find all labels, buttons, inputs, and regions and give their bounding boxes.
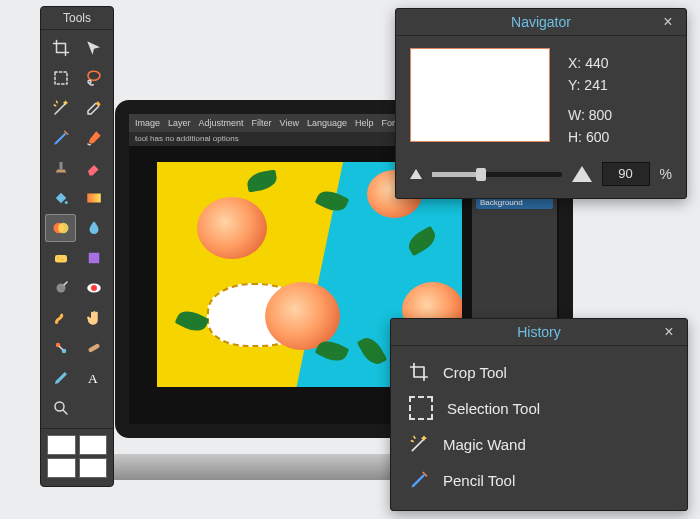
menu-item: View: [280, 118, 299, 128]
zoom-icon[interactable]: [45, 394, 76, 422]
zoom-slider-thumb[interactable]: [476, 168, 486, 181]
sponge-icon[interactable]: [45, 244, 76, 272]
history-item[interactable]: Crop Tool: [395, 354, 683, 390]
zoom-in-icon[interactable]: [572, 166, 592, 182]
zoom-out-icon[interactable]: [410, 169, 422, 179]
svg-point-9: [61, 259, 63, 261]
navigator-coords: X: 440 Y: 241 W: 800 H: 600: [568, 48, 672, 148]
eyedropper-icon[interactable]: [78, 94, 109, 122]
svg-rect-10: [88, 253, 99, 264]
move-icon[interactable]: [78, 34, 109, 62]
menu-item: Filter: [252, 118, 272, 128]
coord-h: 600: [586, 129, 609, 145]
svg-point-18: [55, 402, 64, 411]
smudge-icon[interactable]: [45, 304, 76, 332]
pinch-icon[interactable]: [45, 334, 76, 362]
history-item-label: Pencil Tool: [443, 472, 515, 489]
hand-icon[interactable]: [78, 304, 109, 332]
eraser-icon[interactable]: [78, 154, 109, 182]
menu-item: Layer: [168, 118, 191, 128]
magic-wand-icon[interactable]: [45, 94, 76, 122]
tools-panel-title: Tools: [41, 7, 113, 30]
red-eye-icon[interactable]: [78, 274, 109, 302]
clone-stamp-icon[interactable]: [45, 154, 76, 182]
history-panel[interactable]: History × Crop ToolSelection ToolMagic W…: [390, 318, 688, 511]
svg-point-6: [58, 223, 69, 234]
svg-rect-0: [55, 72, 67, 84]
pen-icon[interactable]: [45, 364, 76, 392]
swatch[interactable]: [79, 458, 108, 478]
svg-rect-16: [87, 343, 100, 353]
tools-panel[interactable]: Tools A: [40, 6, 114, 487]
pencil-icon: [409, 470, 429, 490]
magic-wand-icon: [409, 434, 429, 454]
svg-text:A: A: [88, 371, 98, 386]
text-icon[interactable]: A: [78, 364, 109, 392]
marquee-icon: [409, 396, 433, 420]
shape-icon[interactable]: [78, 244, 109, 272]
history-item[interactable]: Magic Wand: [395, 426, 683, 462]
blur-icon[interactable]: [78, 214, 109, 242]
pencil-icon[interactable]: [45, 124, 76, 152]
paint-bucket-icon[interactable]: [45, 184, 76, 212]
coord-y: 241: [584, 77, 607, 93]
color-replace-icon[interactable]: [45, 214, 76, 242]
background-swatch[interactable]: [79, 435, 108, 455]
history-item-label: Crop Tool: [443, 364, 507, 381]
close-icon[interactable]: ×: [656, 9, 680, 35]
zoom-unit: %: [660, 166, 672, 182]
navigator-preview[interactable]: [410, 48, 550, 142]
svg-rect-4: [87, 194, 101, 203]
lasso-icon[interactable]: [78, 64, 109, 92]
menu-item: Language: [307, 118, 347, 128]
svg-point-3: [64, 201, 67, 204]
svg-rect-7: [55, 255, 67, 263]
menu-item: Adjustment: [199, 118, 244, 128]
history-item[interactable]: Pencil Tool: [395, 462, 683, 498]
history-item[interactable]: Selection Tool: [395, 390, 683, 426]
navigator-title[interactable]: Navigator ×: [396, 9, 686, 36]
zoom-value-input[interactable]: 90: [602, 162, 650, 186]
foreground-swatch[interactable]: [47, 435, 76, 455]
crop-icon[interactable]: [45, 34, 76, 62]
history-item-label: Selection Tool: [447, 400, 540, 417]
navigator-panel[interactable]: Navigator × X: 440 Y: 241 W: 800 H: 600 …: [395, 8, 687, 199]
menu-item: Image: [135, 118, 160, 128]
coord-w: 800: [589, 107, 612, 123]
coord-x: 440: [585, 55, 608, 71]
swatch[interactable]: [47, 458, 76, 478]
svg-rect-2: [59, 162, 62, 170]
marquee-icon[interactable]: [45, 64, 76, 92]
brush-icon[interactable]: [78, 124, 109, 152]
close-icon[interactable]: ×: [657, 319, 681, 345]
menu-item: Help: [355, 118, 374, 128]
gradient-icon[interactable]: [78, 184, 109, 212]
crop-icon: [409, 362, 429, 382]
svg-point-8: [57, 257, 59, 259]
color-swatches[interactable]: [41, 428, 113, 482]
dodge-icon[interactable]: [45, 274, 76, 302]
history-title[interactable]: History ×: [391, 319, 687, 346]
zoom-slider[interactable]: [432, 172, 562, 177]
history-item-label: Magic Wand: [443, 436, 526, 453]
heal-icon[interactable]: [78, 334, 109, 362]
svg-point-13: [91, 285, 97, 291]
